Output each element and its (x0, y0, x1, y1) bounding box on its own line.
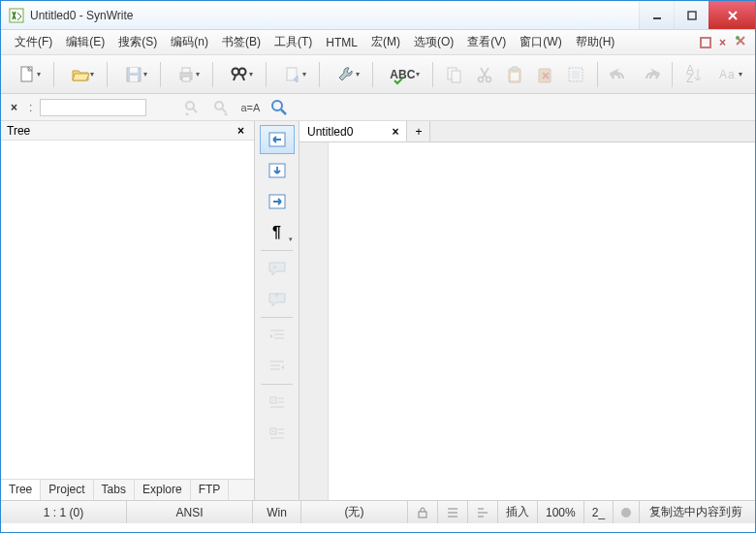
editor-area: Untitled0 × + (299, 121, 755, 500)
status-dot (614, 501, 640, 523)
toggle-icon[interactable] (734, 34, 747, 50)
panel-tab-project[interactable]: Project (41, 480, 93, 500)
tree-body[interactable] (1, 141, 254, 479)
undo-button[interactable] (608, 61, 632, 88)
text-area[interactable] (329, 142, 755, 500)
expand-button[interactable] (260, 419, 295, 448)
open-file-button[interactable]: ▾ (64, 61, 97, 88)
panel-tab-ftp[interactable]: FTP (191, 480, 230, 500)
search-toolbar: × : a=A (1, 94, 755, 121)
editor-tab[interactable]: Untitled0 × (299, 121, 407, 141)
delete-button[interactable] (533, 61, 557, 88)
redo-button[interactable] (638, 61, 662, 88)
svg-rect-6 (130, 68, 138, 73)
menu-view[interactable]: 查看(V) (461, 31, 512, 53)
svg-rect-22 (512, 67, 518, 71)
close-button[interactable] (709, 1, 755, 29)
wrap-right-button[interactable] (260, 187, 295, 216)
menu-window[interactable]: 窗口(W) (514, 31, 567, 53)
new-tab-button[interactable]: + (407, 121, 430, 141)
search-input[interactable] (40, 99, 146, 116)
find-all-button[interactable] (268, 97, 290, 118)
statusbar: 1 : 1 (0) ANSI Win (无) 插入 100% 2_ 复制选中内容… (1, 500, 755, 523)
menu-help[interactable]: 帮助(H) (570, 31, 621, 53)
selmode-icon[interactable] (468, 501, 498, 523)
print-button[interactable]: ▾ (170, 61, 203, 88)
panel-close-button[interactable]: × (234, 124, 248, 138)
status-lineend[interactable]: Win (253, 501, 301, 523)
menu-file[interactable]: 文件(F) (9, 31, 58, 53)
search-close-button[interactable]: × (7, 101, 21, 114)
select-all-button[interactable] (563, 61, 587, 88)
minimize-button[interactable] (639, 1, 674, 29)
status-position: 1 : 1 (0) (1, 501, 127, 523)
wrap-left-button[interactable] (260, 125, 295, 154)
goto-button[interactable]: ▾ (276, 61, 309, 88)
indent-button[interactable] (260, 321, 295, 350)
collapse-button[interactable] (260, 388, 295, 417)
record-icon (621, 508, 631, 517)
vertical-toolbar: ¶▾ * (255, 121, 299, 500)
status-zoom[interactable]: 100% (538, 501, 584, 523)
panel-tab-tree[interactable]: Tree (1, 480, 41, 500)
menu-options[interactable]: 选项(O) (408, 31, 459, 53)
svg-line-14 (242, 76, 244, 80)
svg-point-19 (479, 77, 484, 81)
svg-rect-7 (130, 76, 138, 81)
editor-tab-close[interactable]: × (392, 125, 398, 139)
status-insert[interactable]: 插入 (498, 501, 538, 523)
status-encoding[interactable]: ANSI (127, 501, 253, 523)
status-message: 复制选中内容到剪 (640, 501, 755, 523)
fullscreen-icon[interactable] (700, 37, 711, 48)
editor-tab-label: Untitled0 (307, 125, 353, 139)
lock-icon[interactable] (408, 501, 438, 523)
spellcheck-button[interactable]: ABC▾ (383, 61, 423, 88)
menu-bookmark[interactable]: 书签(B) (216, 31, 267, 53)
wrap-icon[interactable] (438, 501, 468, 523)
maximize-button[interactable] (674, 1, 709, 29)
tools-button[interactable]: ▾ (330, 61, 362, 88)
svg-line-34 (222, 109, 226, 112)
menu-html[interactable]: HTML (320, 33, 363, 52)
copy-button[interactable] (443, 61, 467, 88)
panel-tab-tabs[interactable]: Tabs (94, 480, 135, 500)
unindent-button[interactable] (260, 352, 295, 381)
svg-rect-10 (182, 77, 190, 81)
wrap-down-button[interactable] (260, 156, 295, 185)
menu-search[interactable]: 搜索(S) (112, 31, 163, 53)
editor-tabbar: Untitled0 × + (299, 121, 755, 142)
match-case-button[interactable]: a=A (239, 97, 261, 118)
menubar: 文件(F) 编辑(E) 搜索(S) 编码(n) 书签(B) 工具(T) HTML… (1, 30, 755, 55)
find-prev-button[interactable] (181, 97, 203, 118)
nonprint-button[interactable]: ¶▾ (260, 218, 295, 247)
panel-header: Tree × (1, 121, 254, 141)
main-toolbar: ▾ ▾ ▾ ▾ ▾ ▾ ▾ ABC▾ AZ Aa▾ (1, 55, 755, 94)
panel-tab-explore[interactable]: Explore (135, 480, 191, 500)
close-panel-icon[interactable]: × (719, 36, 726, 49)
svg-point-35 (272, 101, 282, 110)
save-button[interactable]: ▾ (117, 61, 150, 88)
menu-macro[interactable]: 宏(M) (365, 31, 406, 53)
uncomment-button[interactable]: * (260, 285, 295, 314)
paste-button[interactable] (503, 61, 527, 88)
cut-button[interactable] (473, 61, 497, 88)
svg-line-36 (281, 110, 286, 114)
menu-tools[interactable]: 工具(T) (268, 31, 318, 53)
svg-text:Z: Z (686, 72, 693, 84)
svg-point-20 (487, 77, 491, 81)
svg-text:a: a (728, 68, 735, 81)
new-file-button[interactable]: ▾ (11, 61, 44, 88)
find-button[interactable]: ▾ (223, 61, 256, 88)
sort-button[interactable]: AZ (682, 61, 707, 88)
svg-point-11 (233, 68, 239, 75)
svg-point-31 (186, 102, 194, 110)
menu-encoding[interactable]: 编码(n) (165, 31, 214, 53)
find-next-button[interactable] (210, 97, 232, 118)
status-syntax[interactable]: (无) (301, 501, 408, 523)
svg-rect-18 (452, 71, 460, 82)
svg-rect-0 (10, 9, 23, 22)
case-button[interactable]: Aa▾ (712, 61, 745, 88)
comment-button[interactable] (260, 254, 295, 283)
menu-edit[interactable]: 编辑(E) (60, 31, 110, 53)
svg-rect-9 (182, 68, 190, 73)
